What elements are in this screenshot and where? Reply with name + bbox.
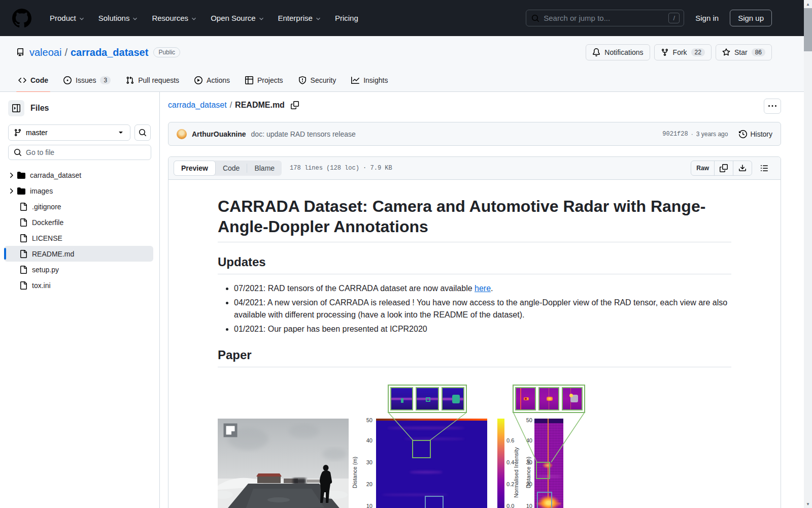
tab-issues[interactable]: Issues3 <box>57 69 117 92</box>
inset-patch <box>562 387 583 410</box>
play-icon <box>194 76 202 84</box>
branch-row: master <box>0 124 159 141</box>
issues-count: 3 <box>100 76 111 84</box>
history-button[interactable]: History <box>739 130 772 138</box>
nav-item-solutions[interactable]: Solutions <box>93 10 144 26</box>
folder-icon <box>17 187 25 195</box>
tree-item-label: LICENSE <box>32 234 62 242</box>
inset-patch <box>416 387 438 410</box>
tab-actions[interactable]: Actions <box>188 69 236 92</box>
tree-item-carrada-dataset[interactable]: carrada_dataset <box>4 167 153 183</box>
tree-item-setup-py[interactable]: setup.py <box>4 262 153 277</box>
range-angle-ylabel: Distance (m) <box>352 439 358 505</box>
page-scrollbar[interactable]: ▲ ▼ <box>804 0 812 508</box>
more-options-button[interactable] <box>764 99 781 114</box>
updates-heading: Updates <box>218 255 731 274</box>
update-text: . <box>491 284 493 293</box>
nav-item-enterprise[interactable]: Enterprise <box>273 10 327 26</box>
search-placeholder: Search or jump to... <box>544 14 668 22</box>
star-button[interactable]: Star 86 <box>716 44 772 60</box>
file-meta: 178 lines (128 loc) · 7.9 KB <box>290 165 392 172</box>
inset-patch <box>442 387 464 410</box>
collapse-sidebar-button[interactable] <box>8 100 24 116</box>
star-count: 86 <box>752 48 765 56</box>
tab-pull-requests[interactable]: Pull requests <box>120 69 185 92</box>
visibility-badge: Public <box>153 47 180 57</box>
tab-code[interactable]: Code <box>12 69 54 92</box>
tab-security[interactable]: Security <box>292 69 343 92</box>
tree-item-tox-ini[interactable]: tox.ini <box>4 277 153 293</box>
nav-item-open-source[interactable]: Open Source <box>206 10 269 26</box>
tab-label: Insights <box>363 76 388 84</box>
nav-item-label: Product <box>50 14 76 22</box>
nav-item-pricing[interactable]: Pricing <box>330 10 363 26</box>
file-icon <box>19 203 27 211</box>
files-title: Files <box>30 104 49 113</box>
github-logo-icon[interactable] <box>12 9 31 28</box>
axis-tick: 40 <box>361 437 373 443</box>
outline-button[interactable] <box>756 161 772 175</box>
nav-item-label: Solutions <box>98 14 130 22</box>
tree-item-gitignore[interactable]: .gitignore <box>4 199 153 214</box>
tree-item-label: .gitignore <box>32 203 61 211</box>
star-label: Star <box>734 48 748 56</box>
readme-content: CARRADA Dataset: Camera and Automotive R… <box>218 180 731 508</box>
slash-shortcut-key: / <box>668 13 680 23</box>
download-raw-button[interactable] <box>733 161 752 175</box>
file-content-box: Preview Code Blame 178 lines (128 loc) ·… <box>168 156 781 508</box>
inset-patch <box>538 387 559 410</box>
repo-owner-link[interactable]: valeoai <box>29 47 61 58</box>
range-angle-plot <box>376 419 487 508</box>
scroll-up-arrow[interactable]: ▲ <box>804 0 812 8</box>
sign-up-button[interactable]: Sign up <box>730 10 772 26</box>
view-tab-blame[interactable]: Blame <box>247 161 282 176</box>
notifications-button[interactable]: Notifications <box>586 44 650 60</box>
tree-item-license[interactable]: LICENSE <box>4 230 153 246</box>
tree-item-label: Dockerfile <box>32 218 63 227</box>
scrollbar-thumb[interactable] <box>804 8 812 51</box>
here-link[interactable]: here <box>475 284 491 293</box>
folder-icon <box>17 171 25 179</box>
kebab-icon <box>768 102 776 110</box>
nav-item-resources[interactable]: Resources <box>147 10 202 26</box>
update-text: 07/2021: RAD tensors of the CARRADA data… <box>234 284 475 293</box>
content-layout: Files master Go to file carrada_dataset <box>0 92 804 508</box>
camera-image <box>218 419 349 508</box>
view-tab-preview[interactable]: Preview <box>174 161 216 176</box>
sign-in-link[interactable]: Sign in <box>695 14 719 22</box>
search-tree-button[interactable] <box>134 124 151 141</box>
go-to-file-input[interactable]: Go to file <box>8 145 151 160</box>
copy-raw-button[interactable] <box>714 161 733 175</box>
fork-button[interactable]: Fork 22 <box>654 44 712 60</box>
update-text: 01/2021: Our paper has been presented at… <box>234 325 427 333</box>
avatar[interactable] <box>177 129 187 139</box>
commit-message[interactable]: doc: update RAD tensors release <box>251 130 356 138</box>
breadcrumb-repo-link[interactable]: carrada_dataset <box>168 101 227 110</box>
branch-selector[interactable]: master <box>8 124 130 141</box>
commit-time: 3 years ago <box>696 131 728 138</box>
chevron-down-icon <box>78 15 85 22</box>
tree-item-images[interactable]: images <box>4 183 153 199</box>
range-angle-insets <box>388 385 467 413</box>
nav-item-product[interactable]: Product <box>45 10 90 26</box>
commit-sha[interactable]: 9021f28 <box>662 131 688 138</box>
copy-path-icon[interactable] <box>291 101 299 109</box>
view-tab-code[interactable]: Code <box>216 161 247 176</box>
tree-item-readme-selected[interactable]: README.md <box>4 246 153 262</box>
tab-insights[interactable]: Insights <box>345 69 394 92</box>
nav-item-label: Resources <box>152 14 188 22</box>
update-item: 04/2021: A new version of CARRADA is rel… <box>234 297 731 321</box>
tree-item-dockerfile[interactable]: Dockerfile <box>4 214 153 230</box>
scroll-down-arrow[interactable]: ▼ <box>804 500 812 508</box>
tab-projects[interactable]: Projects <box>239 69 289 92</box>
bell-icon <box>592 48 600 56</box>
chevron-right-icon[interactable] <box>7 171 15 179</box>
shield-icon <box>298 76 307 84</box>
global-search-input[interactable]: Search or jump to... / <box>526 10 684 26</box>
commit-author[interactable]: ArthurOuaknine <box>192 130 246 138</box>
colorbar <box>497 419 504 508</box>
chevron-right-icon[interactable] <box>7 187 15 195</box>
repo-name-link[interactable]: carrada_dataset <box>71 47 148 58</box>
repo-tabbar: Code Issues3 Pull requests Actions Proje… <box>0 69 804 92</box>
raw-button[interactable]: Raw <box>691 161 714 175</box>
